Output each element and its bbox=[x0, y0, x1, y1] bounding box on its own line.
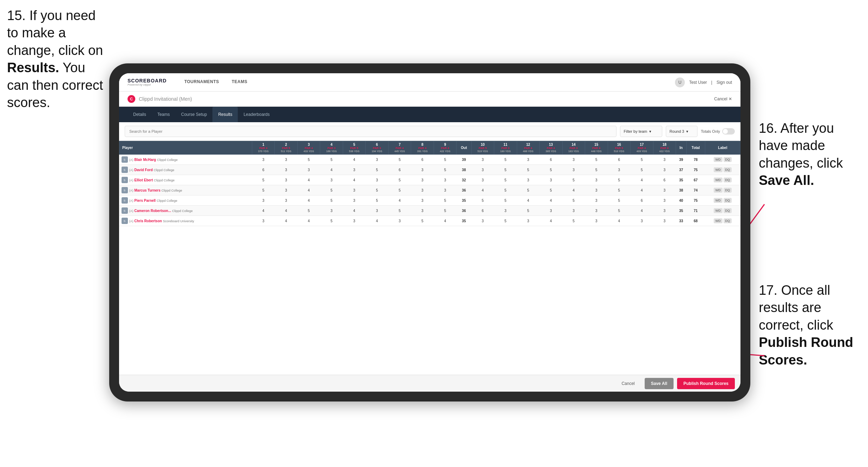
score-hole-15[interactable]: 5 bbox=[585, 155, 608, 165]
dq-button[interactable]: DQ bbox=[724, 218, 732, 223]
player-name[interactable]: Piers Parnell bbox=[134, 199, 156, 203]
score-hole-3[interactable]: 4 bbox=[297, 185, 320, 195]
score-hole-5[interactable]: 4 bbox=[343, 155, 366, 165]
dq-button[interactable]: DQ bbox=[724, 198, 732, 203]
score-hole-17[interactable]: 3 bbox=[631, 216, 653, 226]
score-hole-13[interactable]: 4 bbox=[540, 216, 563, 226]
score-hole-7[interactable]: 5 bbox=[388, 206, 411, 216]
score-hole-3[interactable]: 5 bbox=[297, 155, 320, 165]
totals-only-toggle[interactable]: Totals Only bbox=[701, 128, 735, 135]
score-hole-4[interactable]: 5 bbox=[320, 195, 343, 206]
nav-teams[interactable]: TEAMS bbox=[225, 73, 254, 92]
score-hole-16[interactable]: 5 bbox=[608, 185, 631, 195]
score-hole-7[interactable]: 5 bbox=[388, 185, 411, 195]
score-hole-12[interactable]: 5 bbox=[517, 165, 540, 175]
dq-button[interactable]: DQ bbox=[724, 188, 732, 193]
score-hole-3[interactable]: 3 bbox=[297, 165, 320, 175]
score-hole-11[interactable]: 5 bbox=[494, 195, 517, 206]
score-hole-14[interactable]: 4 bbox=[562, 185, 585, 195]
score-hole-15[interactable]: 3 bbox=[585, 185, 608, 195]
score-hole-18[interactable]: 3 bbox=[653, 185, 676, 195]
score-hole-18[interactable]: 3 bbox=[653, 206, 676, 216]
player-name[interactable]: Marcus Turners bbox=[134, 188, 160, 192]
score-hole-11[interactable]: 5 bbox=[494, 216, 517, 226]
score-hole-7[interactable]: 4 bbox=[388, 195, 411, 206]
score-hole-10[interactable]: 3 bbox=[471, 165, 494, 175]
score-hole-16[interactable]: 5 bbox=[608, 206, 631, 216]
score-hole-13[interactable]: 5 bbox=[540, 185, 563, 195]
score-hole-4[interactable]: 4 bbox=[320, 165, 343, 175]
score-hole-8[interactable]: 5 bbox=[411, 216, 434, 226]
score-hole-17[interactable]: 4 bbox=[631, 206, 653, 216]
tab-course-setup[interactable]: Course Setup bbox=[175, 107, 212, 122]
search-input[interactable] bbox=[125, 126, 616, 137]
tab-details[interactable]: Details bbox=[128, 107, 152, 122]
score-hole-15[interactable]: 3 bbox=[585, 195, 608, 206]
signout-link[interactable]: Sign out bbox=[717, 80, 732, 85]
score-hole-3[interactable]: 4 bbox=[297, 216, 320, 226]
score-hole-13[interactable]: 6 bbox=[540, 155, 563, 165]
score-hole-17[interactable]: 4 bbox=[631, 175, 653, 185]
score-hole-4[interactable]: 5 bbox=[320, 216, 343, 226]
score-hole-6[interactable]: 3 bbox=[366, 175, 389, 185]
score-hole-6[interactable]: 4 bbox=[366, 216, 389, 226]
score-hole-11[interactable]: 5 bbox=[494, 175, 517, 185]
score-hole-12[interactable]: 3 bbox=[517, 175, 540, 185]
score-hole-15[interactable]: 3 bbox=[585, 206, 608, 216]
score-hole-5[interactable]: 3 bbox=[343, 195, 366, 206]
wd-button[interactable]: WD bbox=[714, 188, 723, 193]
wd-button[interactable]: WD bbox=[714, 208, 723, 213]
score-hole-14[interactable]: 3 bbox=[562, 165, 585, 175]
score-hole-15[interactable]: 3 bbox=[585, 175, 608, 185]
round-dropdown[interactable]: Round 3 ▾ bbox=[666, 126, 698, 137]
score-hole-12[interactable]: 5 bbox=[517, 206, 540, 216]
player-name[interactable]: Blair McHarg bbox=[134, 158, 156, 162]
save-all-button[interactable]: Save All bbox=[645, 378, 674, 389]
score-hole-10[interactable]: 3 bbox=[471, 155, 494, 165]
score-hole-12[interactable]: 3 bbox=[517, 155, 540, 165]
score-hole-2[interactable]: 3 bbox=[275, 165, 298, 175]
tab-results[interactable]: Results bbox=[212, 107, 238, 122]
score-hole-14[interactable]: 5 bbox=[562, 195, 585, 206]
score-hole-4[interactable]: 3 bbox=[320, 175, 343, 185]
score-hole-16[interactable]: 5 bbox=[608, 175, 631, 185]
score-hole-7[interactable]: 5 bbox=[388, 175, 411, 185]
score-hole-10[interactable]: 5 bbox=[471, 195, 494, 206]
score-hole-3[interactable]: 4 bbox=[297, 195, 320, 206]
score-hole-12[interactable]: 5 bbox=[517, 185, 540, 195]
score-hole-1[interactable]: 5 bbox=[252, 185, 275, 195]
player-name[interactable]: David Ford bbox=[134, 168, 153, 172]
score-hole-11[interactable]: 5 bbox=[494, 165, 517, 175]
player-name[interactable]: Chris Robertson bbox=[134, 219, 162, 223]
score-hole-18[interactable]: 3 bbox=[653, 165, 676, 175]
score-hole-8[interactable]: 6 bbox=[411, 155, 434, 165]
score-hole-2[interactable]: 3 bbox=[275, 195, 298, 206]
score-hole-1[interactable]: 6 bbox=[252, 165, 275, 175]
score-hole-3[interactable]: 4 bbox=[297, 175, 320, 185]
score-hole-18[interactable]: 3 bbox=[653, 155, 676, 165]
score-hole-10[interactable]: 4 bbox=[471, 185, 494, 195]
score-hole-5[interactable]: 3 bbox=[343, 216, 366, 226]
score-hole-14[interactable]: 5 bbox=[562, 216, 585, 226]
score-hole-18[interactable]: 3 bbox=[653, 216, 676, 226]
score-hole-8[interactable]: 3 bbox=[411, 175, 434, 185]
score-hole-9[interactable]: 3 bbox=[434, 185, 457, 195]
score-hole-2[interactable]: 4 bbox=[275, 216, 298, 226]
dq-button[interactable]: DQ bbox=[724, 208, 732, 213]
toggle-switch[interactable] bbox=[722, 128, 735, 135]
score-hole-18[interactable]: 6 bbox=[653, 175, 676, 185]
score-hole-9[interactable]: 4 bbox=[434, 216, 457, 226]
score-hole-13[interactable]: 4 bbox=[540, 195, 563, 206]
score-hole-2[interactable]: 3 bbox=[275, 155, 298, 165]
score-hole-7[interactable]: 5 bbox=[388, 155, 411, 165]
score-hole-16[interactable]: 5 bbox=[608, 195, 631, 206]
score-hole-1[interactable]: 3 bbox=[252, 216, 275, 226]
score-hole-4[interactable]: 3 bbox=[320, 206, 343, 216]
score-hole-5[interactable]: 3 bbox=[343, 185, 366, 195]
score-hole-11[interactable]: 3 bbox=[494, 206, 517, 216]
tab-leaderboards[interactable]: Leaderboards bbox=[238, 107, 275, 122]
score-hole-6[interactable]: 3 bbox=[366, 206, 389, 216]
score-hole-1[interactable]: 3 bbox=[252, 155, 275, 165]
score-hole-13[interactable]: 5 bbox=[540, 165, 563, 175]
score-hole-13[interactable]: 3 bbox=[540, 206, 563, 216]
